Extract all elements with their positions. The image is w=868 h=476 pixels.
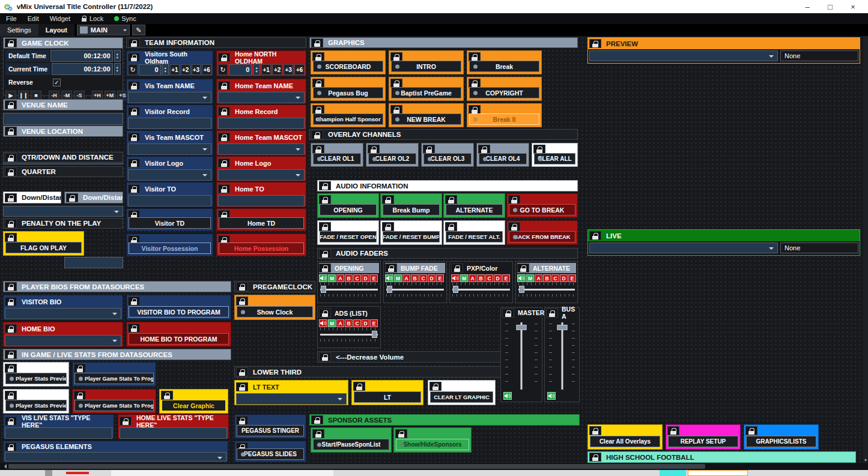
lock-icon[interactable] [236, 282, 248, 291]
horizontal-scrollbar[interactable] [0, 463, 863, 470]
volume-slider[interactable] [320, 285, 378, 294]
menu-sync[interactable]: Sync [114, 15, 136, 22]
speaker-icon[interactable] [517, 274, 526, 282]
lock-icon[interactable] [218, 133, 230, 142]
clear-graphic-button[interactable]: Clear Graphic [159, 389, 228, 414]
lock-icon[interactable] [128, 158, 140, 167]
home-score-spinner[interactable]: ▲▼ [253, 64, 259, 76]
lock-icon[interactable] [390, 105, 402, 114]
bus-m-button[interactable]: M [394, 274, 402, 282]
bus-a-button[interactable]: A [336, 319, 344, 327]
graphic-copyright-button[interactable]: COPYRIGHT [467, 77, 542, 101]
graphic-new-break-button[interactable]: NEW BREAK [389, 103, 464, 127]
speaker-icon[interactable] [451, 274, 460, 282]
tab-settings[interactable]: Settings [0, 24, 38, 36]
show-hide-sponsors-button[interactable]: Show/HideSponsors [393, 427, 472, 453]
fade-reset-bump-button[interactable]: FADE / RESET BUMP [380, 220, 442, 245]
lock-icon[interactable] [161, 391, 173, 400]
maximize-button[interactable]: □ [819, 0, 842, 13]
bus-b-button[interactable]: B [345, 319, 353, 327]
lock-icon[interactable] [311, 38, 323, 47]
bus-a-fader-handle[interactable] [557, 325, 567, 330]
bus-c-button[interactable]: C [353, 319, 361, 327]
back-from-break-button[interactable]: BACK FROM BREAK [506, 220, 578, 245]
bus-e-button[interactable]: E [370, 319, 378, 327]
lock-icon[interactable] [469, 52, 481, 61]
edit-layout-button[interactable]: ✎ [132, 25, 145, 35]
graphic-scoreboard-button[interactable]: SCOREBOARD [311, 50, 386, 74]
visitor-possession-button[interactable]: Visitor Possession [126, 233, 213, 256]
lock-icon[interactable] [74, 364, 86, 373]
live-select[interactable] [589, 243, 778, 253]
vis-mascot-select[interactable] [128, 143, 211, 155]
fade-reset-open-button[interactable]: FADE / RESET OPEN [317, 220, 379, 245]
down-distance-text-input[interactable] [64, 257, 123, 268]
go-to-break-button[interactable]: GO TO BREAK [506, 193, 578, 218]
home-live-stats-input[interactable] [120, 427, 227, 439]
default-time-spinner[interactable]: ▲▼ [114, 50, 121, 62]
lock-icon[interactable] [236, 416, 248, 425]
lock-icon[interactable] [128, 107, 140, 116]
bus-d-button[interactable]: D [560, 274, 568, 282]
bus-e-button[interactable]: E [436, 274, 444, 282]
lock-icon[interactable] [445, 222, 457, 231]
vertical-scrollbar[interactable]: ▼ [863, 36, 868, 463]
player-game-stats-program-blue-button[interactable]: Player Game Stats To Program [72, 362, 156, 387]
bus-a-button[interactable]: A [336, 274, 344, 282]
lock-icon[interactable] [218, 107, 230, 116]
clear-ol2-button[interactable]: CLEAR OL2 [366, 143, 419, 167]
lock-icon[interactable] [390, 79, 402, 88]
lock-icon[interactable] [218, 53, 230, 62]
bus-a-button[interactable]: A [469, 274, 476, 282]
bus-e-button[interactable]: E [502, 274, 510, 282]
lock-icon[interactable] [502, 309, 514, 318]
lock-icon[interactable] [128, 324, 140, 333]
bus-m-button[interactable]: M [328, 319, 336, 327]
bus-m-button[interactable]: M [460, 274, 468, 282]
lock-icon[interactable] [5, 297, 17, 306]
default-time-input[interactable]: 00:12:00 [50, 50, 113, 62]
menu-file[interactable]: File [6, 15, 17, 22]
visitor-bio-select[interactable] [5, 308, 121, 319]
opening-audio-button[interactable]: OPENING [317, 193, 379, 218]
lock-icon[interactable] [311, 130, 323, 139]
lock-icon[interactable] [218, 158, 230, 167]
clear-ol1-button[interactable]: CLEAR OL1 [311, 143, 363, 167]
tab-layout[interactable]: Layout [38, 24, 74, 36]
lock-icon[interactable] [517, 264, 529, 273]
graphics-lists-button[interactable]: GRAPHICS/LISTS [744, 424, 819, 450]
home-bio-select[interactable] [5, 335, 121, 346]
lock-icon[interactable] [5, 364, 17, 373]
lock-icon[interactable] [469, 79, 481, 88]
lock-icon[interactable] [218, 81, 230, 90]
scrollbar-thumb[interactable] [8, 464, 705, 469]
close-button[interactable]: × [842, 0, 864, 13]
lt-text-select[interactable] [236, 393, 347, 405]
visitor-score-spinner[interactable]: ▲▼ [162, 64, 169, 76]
bus-b-button[interactable]: B [411, 274, 419, 282]
bus-b-button[interactable]: B [477, 274, 485, 282]
flag-on-play-button[interactable]: FLAG ON PLAY [3, 231, 84, 256]
lock-icon[interactable] [478, 145, 490, 154]
bus-d-button[interactable]: D [362, 274, 369, 282]
speaker-icon[interactable] [319, 274, 327, 282]
home-td-button[interactable]: Home TD [216, 208, 306, 231]
lock-icon[interactable] [368, 145, 380, 154]
pegasus-elements-select[interactable] [5, 452, 226, 462]
lock-icon[interactable] [353, 382, 365, 391]
bus-e-button[interactable]: E [568, 274, 576, 282]
player-stats-preview-button-2[interactable]: Player Stats Preview [3, 389, 69, 414]
lock-icon[interactable] [5, 233, 17, 242]
alternate-audio-button[interactable]: ALTERNATE [443, 193, 505, 218]
bus-d-button[interactable]: D [362, 319, 369, 327]
current-time-input[interactable]: 00:12:00 [52, 63, 112, 75]
lock-icon[interactable] [312, 105, 324, 114]
home-logo-select[interactable] [218, 169, 305, 181]
home-record-input[interactable] [218, 118, 305, 129]
lock-icon[interactable] [508, 222, 520, 231]
lock-icon[interactable] [5, 417, 17, 426]
lock-icon[interactable] [589, 426, 601, 435]
vis-team-name-select[interactable] [128, 92, 211, 103]
bus-m-button[interactable]: M [328, 274, 336, 282]
lock-icon[interactable] [319, 181, 331, 190]
